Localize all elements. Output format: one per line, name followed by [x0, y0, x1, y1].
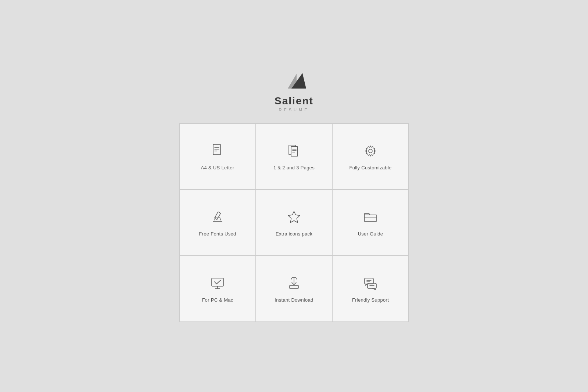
feature-label-customizable: Fully Customizable: [349, 165, 391, 170]
gear-icon: [362, 142, 379, 160]
feature-cell-user-guide: User Guide: [332, 190, 409, 256]
pages-icon: [285, 142, 303, 160]
chat-icon: [362, 274, 379, 292]
logo-subtitle: RESUME: [279, 108, 309, 112]
feature-cell-a4-us-letter: A4 & US Letter: [179, 123, 256, 190]
feature-label-free-fonts: Free Fonts Used: [199, 231, 236, 237]
feature-label-friendly-support: Friendly Support: [352, 297, 389, 303]
feature-label-instant-download: Instant Download: [275, 297, 313, 303]
svg-rect-20: [290, 285, 298, 288]
star-icon: [285, 208, 303, 226]
monitor-icon: [209, 274, 226, 292]
svg-rect-2: [213, 144, 220, 155]
features-grid: A4 & US Letter 1 & 2 and 3 Pages: [179, 123, 409, 322]
folder-icon: [362, 208, 379, 226]
feature-cell-icons-pack: Extra icons pack: [256, 190, 332, 256]
feature-label-pc-mac: For PC & Mac: [202, 297, 233, 303]
logo-icon: [281, 70, 307, 92]
feature-cell-friendly-support: Friendly Support: [332, 256, 409, 322]
svg-point-12: [369, 149, 372, 153]
svg-rect-13: [215, 212, 221, 219]
feature-cell-instant-download: Instant Download: [256, 256, 332, 322]
feature-label-user-guide: User Guide: [358, 231, 383, 237]
page-wrapper: Salient RESUME A4 & US Letter: [0, 70, 588, 322]
feature-label-a4: A4 & US Letter: [201, 165, 234, 170]
feature-cell-pc-mac: For PC & Mac: [179, 256, 256, 322]
feature-label-pages: 1 & 2 and 3 Pages: [273, 165, 315, 170]
logo-section: Salient RESUME: [275, 70, 313, 112]
feature-cell-pages: 1 & 2 and 3 Pages: [256, 123, 332, 190]
document-icon: [209, 142, 226, 160]
svg-marker-15: [288, 211, 300, 223]
svg-rect-7: [291, 147, 298, 156]
svg-rect-17: [212, 278, 223, 286]
logo-title: Salient: [275, 95, 313, 107]
feature-cell-customizable: Fully Customizable: [332, 123, 409, 190]
download-icon: [285, 274, 303, 292]
pen-icon: [209, 208, 226, 226]
feature-cell-free-fonts: Free Fonts Used: [179, 190, 256, 256]
feature-label-icons-pack: Extra icons pack: [276, 231, 312, 237]
